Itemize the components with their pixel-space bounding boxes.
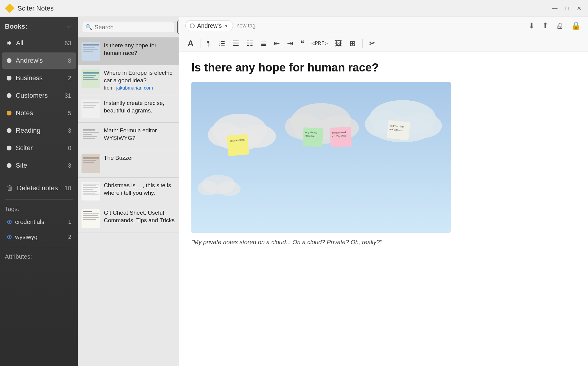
search-input[interactable] [94, 24, 171, 31]
sidebar-header: Books: ← [0, 17, 78, 34]
note-thumbnail [81, 154, 100, 173]
sidebar-item-deleted[interactable]: 🗑 Deleted notes 10 [2, 180, 76, 196]
format-pre-button[interactable]: <PRE> [309, 39, 330, 48]
note-list-item[interactable]: Is there any hope for human race? [78, 38, 179, 65]
note-content-image: private notes why do you I love him my p… [191, 82, 451, 233]
format-font-button[interactable]: A [185, 37, 196, 49]
svg-rect-26 [83, 185, 96, 186]
format-table-button[interactable]: ⊞ [347, 38, 358, 49]
note-content-title: Is there any hope for human race? [191, 61, 576, 75]
sidebar: Books: ← ✱ All 63 Andrew's 8 Business 2 … [0, 17, 78, 366]
content-quote: "My private notes stored on a cloud... O… [191, 239, 576, 246]
note-thumbnail [81, 127, 100, 146]
sidebar-tag-wysiwyg[interactable]: ⊕ wysiwyg 2 [2, 230, 76, 244]
sidebar-item-count: 2 [68, 75, 71, 82]
sidebar-back-button[interactable]: ← [66, 22, 73, 31]
svg-rect-1 [83, 44, 99, 46]
asterisk-icon: ✱ [7, 39, 12, 47]
sidebar-item-count: 31 [65, 92, 71, 99]
svg-rect-22 [83, 160, 96, 161]
close-button[interactable]: ✕ [575, 4, 583, 13]
note-thumbnail [81, 209, 100, 228]
content-toolbar-top: Andrew's ▼ ⬇ ⬆ 🖨 🔒 [179, 17, 588, 35]
sidebar-item-business[interactable]: Business 2 [2, 70, 76, 86]
notebook-selector[interactable]: Andrew's ▼ [185, 20, 233, 31]
svg-text:3: 3 [219, 44, 220, 46]
tag-input[interactable] [237, 23, 524, 29]
maximize-button[interactable]: □ [563, 4, 571, 13]
svg-rect-27 [83, 187, 98, 188]
sidebar-item-reading[interactable]: Reading 3 [2, 122, 76, 139]
tag-label: wysiwyg [15, 234, 68, 241]
title-bar: Sciter Notes — □ ✕ [0, 0, 588, 17]
svg-rect-33 [83, 211, 92, 212]
note-list-item[interactable]: Git Cheat Sheet: Useful Commands, Tips a… [78, 205, 179, 232]
minimize-button[interactable]: — [551, 4, 559, 13]
toolbar-separator [200, 39, 200, 48]
sidebar-item-customers[interactable]: Customers 31 [2, 87, 76, 104]
format-indent-left-button[interactable]: ⇤ [271, 38, 282, 49]
note-thumbnail [81, 42, 100, 61]
sidebar-item-notes[interactable]: Notes 5 [2, 105, 76, 121]
format-checklist-button[interactable]: ☷ [244, 38, 256, 49]
format-indent-right-button[interactable]: ⇥ [285, 38, 296, 49]
svg-rect-37 [83, 219, 96, 220]
format-unordered-list-button[interactable]: ☰ [230, 38, 242, 49]
svg-rect-16 [83, 132, 99, 133]
format-ordered-list-button[interactable]: 123 [216, 39, 228, 48]
sidebar-item-count: 8 [68, 57, 71, 64]
svg-rect-13 [83, 107, 94, 108]
sidebar-dot-icon [7, 93, 11, 98]
format-paragraph-button[interactable]: ¶ [205, 38, 213, 49]
note-thumbnail [81, 99, 100, 118]
sidebar-dot-icon [7, 128, 11, 133]
note-list-item[interactable]: Where in Europe is electric car a good i… [78, 65, 179, 95]
svg-rect-8 [83, 77, 94, 78]
note-list-item[interactable]: Christmas is …, this site is where i tel… [78, 178, 179, 205]
upload-button[interactable]: ⬆ [541, 20, 550, 32]
svg-rect-23 [83, 162, 94, 163]
sidebar-item-label: Notes [16, 109, 68, 117]
svg-rect-30 [83, 193, 95, 194]
note-meta: from: jakubmarian.com [104, 85, 175, 91]
sidebar-item-sciter[interactable]: Sciter 0 [2, 140, 76, 156]
lock-button[interactable]: 🔒 [570, 20, 582, 32]
download-button[interactable]: ⬇ [527, 20, 536, 32]
note-list-item[interactable]: Math: Formula editor WYSIWYG? [78, 123, 179, 150]
sidebar-item-andrews[interactable]: Andrew's 8 [2, 52, 76, 69]
svg-rect-18 [83, 136, 97, 137]
note-list-item[interactable]: The Buzzer [78, 150, 179, 178]
print-button[interactable]: 🖨 [555, 20, 565, 32]
format-special-button[interactable]: ✂ [367, 38, 378, 49]
note-info: Is there any hope for human race? [104, 42, 175, 57]
note-list-scroll[interactable]: Is there any hope for human race? Where … [78, 38, 179, 366]
format-image-button[interactable]: 🖼 [333, 38, 345, 49]
search-box[interactable]: 🔍 [82, 22, 174, 33]
note-info: Christmas is …, this site is where i tel… [104, 182, 175, 197]
sidebar-item-site[interactable]: Site 3 [2, 157, 76, 174]
sidebar-item-all[interactable]: ✱ All 63 [2, 35, 76, 51]
sidebar-item-count: 0 [68, 145, 71, 152]
svg-rect-39 [221, 43, 225, 44]
tag-count: 1 [68, 219, 71, 225]
note-title: Math: Formula editor WYSIWYG? [104, 127, 175, 142]
sidebar-dot-icon [7, 58, 11, 63]
svg-rect-19 [83, 138, 95, 139]
sidebar-tag-credentials[interactable]: ⊕ credentials 1 [2, 215, 76, 229]
svg-rect-28 [83, 189, 93, 190]
note-illustration: private notes why do you I love him my p… [191, 82, 451, 233]
books-label: Books: [5, 23, 27, 30]
note-list-item[interactable]: Instantly create precise, beautiful diag… [78, 95, 179, 123]
note-title: Git Cheat Sheet: Useful Commands, Tips a… [104, 209, 175, 224]
format-blockquote-button[interactable]: ❝ [298, 38, 307, 49]
svg-rect-38 [221, 41, 225, 42]
svg-rect-25 [83, 184, 99, 185]
svg-rect-12 [83, 105, 96, 106]
note-info: Math: Formula editor WYSIWYG? [104, 127, 175, 142]
content-panel: Andrew's ▼ ⬇ ⬆ 🖨 🔒 A ¶ 123 ☰ ☷ ≣ ⇤ ⇥ [179, 17, 588, 366]
format-columns-button[interactable]: ≣ [258, 38, 269, 49]
notebook-circle-icon [190, 24, 195, 28]
sidebar-item-label: Sciter [16, 144, 68, 152]
content-area[interactable]: Is there any hope for human race? [179, 52, 588, 366]
toolbar-right: ⬇ ⬆ 🖨 🔒 [527, 20, 582, 32]
